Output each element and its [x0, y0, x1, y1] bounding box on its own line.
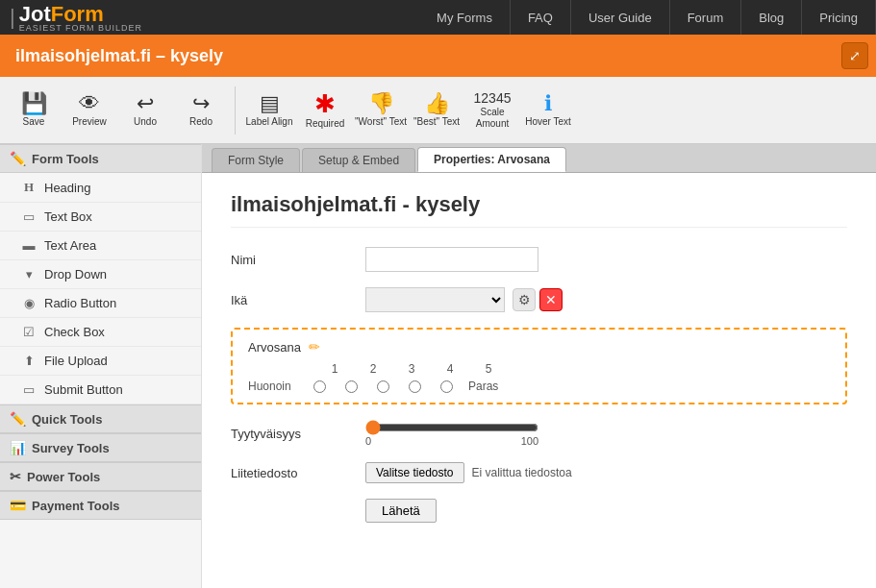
- file-no-file-text: Ei valittua tiedostoa: [472, 466, 572, 479]
- label-align-button[interactable]: ▤ Label Align: [243, 82, 295, 139]
- scale-amount-icon: 12345: [474, 91, 512, 105]
- required-label: Required: [306, 118, 345, 129]
- rating-worst-label: Huonoin: [248, 380, 306, 393]
- power-tools-icon: ✂: [10, 469, 21, 484]
- rating-radio-4[interactable]: [409, 380, 421, 393]
- tyytyvainen-label: Tyytyväisyys: [231, 427, 365, 441]
- sidebar-item-check-box[interactable]: ☑ Check Box: [0, 318, 201, 347]
- nimi-row: Nimi: [231, 247, 847, 272]
- submit-button[interactable]: Lähetä: [365, 499, 437, 523]
- liitetiedosto-label: Liitetiedosto: [231, 466, 365, 480]
- submit-button-icon: ▭: [21, 382, 37, 397]
- rating-radio-2[interactable]: [345, 380, 358, 393]
- slider-labels: 0 100: [365, 435, 538, 447]
- rating-radio-1[interactable]: [313, 380, 326, 393]
- sidebar-item-text-box-label: Text Box: [44, 209, 92, 224]
- sidebar-item-radio-button-label: Radio Button: [44, 296, 116, 310]
- tab-properties-arvosana[interactable]: Properties: Arvosana: [417, 147, 566, 172]
- nav-forum[interactable]: Forum: [670, 0, 742, 35]
- form-tools-label: Form Tools: [32, 152, 99, 166]
- heading-icon: H: [21, 180, 37, 195]
- form-tools-icon: ✏️: [10, 151, 26, 166]
- sidebar-item-text-area[interactable]: ▬ Text Area: [0, 232, 201, 260]
- redo-button[interactable]: ↪ Redo: [175, 82, 227, 139]
- sidebar-item-drop-down-label: Drop Down: [44, 267, 107, 282]
- arvosana-label: Arvosana: [248, 340, 301, 355]
- best-text-button[interactable]: 👍 "Best" Text: [411, 82, 463, 139]
- ika-select[interactable]: [365, 287, 505, 312]
- nav-my-forms[interactable]: My Forms: [419, 0, 511, 35]
- scale-amount-button[interactable]: 12345 Scale Amount: [466, 82, 518, 139]
- tab-form-style[interactable]: Form Style: [212, 148, 300, 172]
- ika-delete-button[interactable]: ✕: [539, 288, 563, 311]
- tyytyvainen-slider[interactable]: [365, 420, 538, 435]
- arvosana-edit-icon[interactable]: ✏: [309, 339, 320, 355]
- label-align-icon: ▤: [260, 93, 280, 114]
- rating-radio-5[interactable]: [440, 380, 453, 393]
- sidebar-item-heading-label: Heading: [44, 181, 90, 195]
- undo-icon: ↩: [137, 93, 154, 114]
- nav-faq[interactable]: FAQ: [511, 0, 571, 35]
- required-button[interactable]: ✱ Required: [299, 82, 351, 139]
- sidebar-section-form-tools[interactable]: ✏️ Form Tools: [0, 144, 201, 173]
- rating-best-label: Paras: [468, 380, 498, 393]
- ika-label: Ikä: [231, 293, 365, 307]
- preview-button[interactable]: 👁 Preview: [63, 82, 115, 139]
- sidebar-item-radio-button[interactable]: ◉ Radio Button: [0, 289, 201, 318]
- text-box-icon: ▭: [21, 209, 37, 224]
- rating-radio-3[interactable]: [377, 380, 389, 393]
- sidebar-item-file-upload-label: File Upload: [44, 354, 108, 368]
- sidebar-item-drop-down[interactable]: ▾ Drop Down: [0, 260, 201, 289]
- best-text-label: "Best" Text: [413, 116, 460, 128]
- sidebar-item-submit-button[interactable]: ▭ Submit Button: [0, 376, 201, 404]
- worst-text-label: "Worst" Text: [355, 116, 407, 128]
- quick-tools-icon: ✏️: [10, 411, 26, 427]
- sidebar-section-power-tools[interactable]: ✂ Power Tools: [0, 462, 201, 491]
- liitetiedosto-row: Liitetiedosto Valitse tiedosto Ei valitt…: [231, 462, 847, 483]
- nav-blog[interactable]: Blog: [741, 0, 802, 35]
- tyytyvainen-row: Tyytyväisyys 0 100: [231, 420, 847, 447]
- drop-down-icon: ▾: [21, 267, 37, 282]
- ika-settings-button[interactable]: ⚙: [513, 288, 536, 311]
- worst-text-icon: 👎: [368, 93, 394, 114]
- sidebar-item-heading[interactable]: H Heading: [0, 173, 201, 203]
- fullscreen-button[interactable]: ⤢: [841, 42, 868, 69]
- quick-tools-label: Quick Tools: [32, 412, 102, 427]
- rating-radios: [313, 380, 453, 393]
- slider-track: [365, 420, 538, 435]
- arvosana-header: Arvosana ✏: [248, 339, 830, 355]
- hover-text-button[interactable]: ℹ Hover Text: [522, 82, 574, 139]
- toolbar-separator: [235, 86, 236, 135]
- rating-numbers: 1 2 3 4 5: [325, 362, 830, 376]
- form-title: ilmaisohjelmat.fi - kysely: [231, 192, 847, 228]
- sidebar-section-quick-tools[interactable]: ✏️ Quick Tools: [0, 404, 201, 433]
- tab-setup-embed[interactable]: Setup & Embed: [302, 148, 415, 172]
- save-button[interactable]: 💾 Save: [8, 82, 60, 139]
- nimi-input[interactable]: [365, 247, 538, 272]
- check-box-icon: ☑: [21, 325, 37, 339]
- arvosana-container: Arvosana ✏ 1 2 3 4 5 Huonoin: [231, 328, 847, 404]
- undo-button[interactable]: ↩ Undo: [119, 82, 171, 139]
- sidebar-item-text-box[interactable]: ▭ Text Box: [0, 203, 201, 232]
- title-bar: ilmaisohjelmat.fi – kysely ⤢: [0, 35, 876, 77]
- worst-text-button[interactable]: 👎 "Worst" Text: [355, 82, 407, 139]
- file-upload-icon: ⬆: [21, 354, 37, 368]
- file-choose-button[interactable]: Valitse tiedosto: [365, 462, 464, 483]
- nav-pricing[interactable]: Pricing: [802, 0, 876, 35]
- sidebar-section-survey-tools[interactable]: 📊 Survey Tools: [0, 433, 201, 462]
- preview-icon: 👁: [79, 93, 100, 114]
- rating-num-3: 3: [402, 362, 421, 376]
- text-area-icon: ▬: [21, 238, 37, 253]
- radio-button-icon: ◉: [21, 296, 37, 310]
- nav-user-guide[interactable]: User Guide: [571, 0, 670, 35]
- sidebar-item-check-box-label: Check Box: [44, 325, 105, 339]
- sidebar-section-payment-tools[interactable]: 💳 Payment Tools: [0, 491, 201, 520]
- save-icon: 💾: [21, 93, 47, 114]
- slider-max-label: 100: [521, 435, 538, 447]
- scale-amount-label: Scale Amount: [466, 107, 518, 130]
- sidebar-item-file-upload[interactable]: ⬆ File Upload: [0, 347, 201, 376]
- sidebar-item-text-area-label: Text Area: [44, 238, 96, 253]
- rating-num-4: 4: [440, 362, 460, 376]
- payment-tools-label: Payment Tools: [32, 499, 120, 513]
- content-area: Form Style Setup & Embed Properties: Arv…: [202, 144, 876, 588]
